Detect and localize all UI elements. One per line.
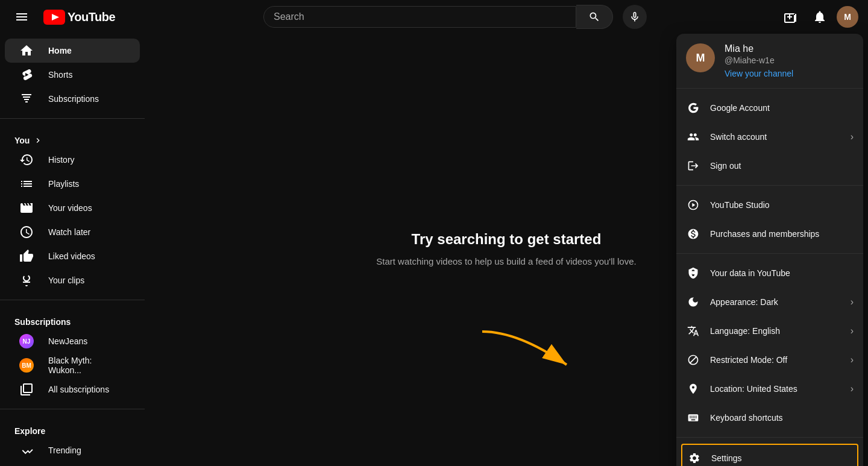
- sidebar-item-newjeans[interactable]: NJ NewJeans: [5, 329, 140, 353]
- profile-handle: @Miahe-w1e: [725, 55, 793, 65]
- newjeans-avatar: NJ: [19, 334, 34, 348]
- sidebar-item-home[interactable]: Home: [5, 39, 140, 63]
- watch-later-icon: [19, 225, 34, 239]
- sidebar-item-trending[interactable]: Trending: [5, 438, 140, 462]
- divider-1: [0, 118, 145, 119]
- dropdown-avatar: M: [686, 43, 715, 72]
- your-data-label: Your data in YouTube: [710, 268, 854, 278]
- keyboard-label: Keyboard shortcuts: [710, 413, 854, 423]
- subscriptions-section-title: Subscriptions: [0, 307, 145, 329]
- dropdown-item-location[interactable]: Location: United States ›: [676, 374, 863, 403]
- settings-label: Settings: [711, 453, 852, 463]
- sidebar-label-playlists: Playlists: [48, 179, 79, 189]
- sidebar-label-blackmyth: Black Myth: Wukon...: [48, 356, 125, 375]
- switch-account-icon: [686, 130, 700, 144]
- youtube-studio-icon: [686, 198, 700, 212]
- location-icon: [686, 382, 700, 396]
- sidebar-item-your-videos[interactable]: Your videos: [5, 196, 140, 220]
- dropdown-section-3: Your data in YouTube Appearance: Dark › …: [676, 254, 863, 438]
- empty-state-subtitle: Start watching videos to help us build a…: [376, 255, 636, 269]
- subscriptions-icon: [19, 92, 34, 106]
- language-icon: [686, 324, 700, 338]
- location-arrow: ›: [851, 383, 854, 394]
- divider-3: [0, 409, 145, 409]
- sidebar-item-playlists[interactable]: Playlists: [5, 172, 140, 196]
- sidebar-item-liked-videos[interactable]: Liked videos: [5, 244, 140, 268]
- google-account-label: Google Account: [710, 103, 854, 113]
- sidebar-item-blackmyth[interactable]: BM Black Myth: Wukon...: [5, 353, 140, 377]
- appearance-arrow: ›: [851, 297, 854, 307]
- sidebar-item-your-clips[interactable]: Your clips: [5, 268, 140, 292]
- dropdown-item-purchases[interactable]: Purchases and memberships: [676, 219, 863, 248]
- dropdown-item-restricted[interactable]: Restricted Mode: Off ›: [676, 345, 863, 374]
- dropdown-profile-info: Mia he @Miahe-w1e View your channel: [725, 43, 793, 78]
- dropdown-profile: M Mia he @Miahe-w1e View your channel: [676, 34, 863, 89]
- sidebar-item-shorts[interactable]: Shorts: [5, 63, 140, 87]
- sidebar-item-all-subscriptions[interactable]: All subscriptions: [5, 377, 140, 401]
- keyboard-icon: [686, 411, 700, 425]
- sidebar-label-trending: Trending: [48, 446, 81, 455]
- search-input-wrap: [263, 6, 576, 28]
- header: YouTube: [0, 0, 868, 34]
- header-center: [153, 5, 757, 29]
- location-label: Location: United States: [710, 384, 841, 394]
- sidebar-item-watch-later[interactable]: Watch later: [5, 220, 140, 244]
- mic-button[interactable]: [623, 5, 647, 29]
- dropdown-item-language[interactable]: Language: English ›: [676, 316, 863, 345]
- dropdown-item-your-data[interactable]: Your data in YouTube: [676, 259, 863, 288]
- appearance-label: Appearance: Dark: [710, 297, 841, 307]
- sidebar-label-newjeans: NewJeans: [48, 336, 87, 346]
- sidebar: Home Shorts Subscriptions You His: [0, 34, 145, 466]
- account-dropdown: M Mia he @Miahe-w1e View your channel Go…: [676, 34, 863, 466]
- sidebar-item-history[interactable]: History: [5, 148, 140, 172]
- view-channel-link[interactable]: View your channel: [725, 69, 793, 78]
- dropdown-item-switch-account[interactable]: Switch account ›: [676, 122, 863, 151]
- dropdown-section-2: YouTube Studio Purchases and memberships: [676, 186, 863, 254]
- playlists-icon: [19, 177, 34, 191]
- dropdown-item-youtube-studio[interactable]: YouTube Studio: [676, 190, 863, 219]
- dropdown-item-google-account[interactable]: Google Account: [676, 93, 863, 122]
- shorts-icon: [19, 68, 34, 82]
- restricted-label: Restricted Mode: Off: [710, 355, 841, 365]
- you-section-title[interactable]: You: [0, 126, 145, 148]
- history-icon: [19, 153, 34, 167]
- dropdown-section-4: Settings Help Send feedback: [676, 438, 863, 466]
- sidebar-label-home: Home: [48, 46, 72, 55]
- youtube-studio-label: YouTube Studio: [710, 200, 854, 210]
- switch-account-arrow: ›: [851, 131, 854, 142]
- switch-account-label: Switch account: [710, 132, 841, 142]
- dropdown-item-keyboard[interactable]: Keyboard shortcuts: [676, 403, 863, 432]
- liked-videos-icon: [19, 249, 34, 263]
- sidebar-label-watch-later: Watch later: [48, 227, 90, 237]
- purchases-icon: [686, 227, 700, 241]
- trending-icon: [19, 443, 34, 458]
- dropdown-item-sign-out[interactable]: Sign out: [676, 151, 863, 180]
- create-button[interactable]: [779, 5, 803, 29]
- dropdown-section-1: Google Account Switch account › Sign out: [676, 89, 863, 186]
- profile-name: Mia he: [725, 43, 793, 54]
- avatar-button[interactable]: M: [837, 6, 858, 28]
- sidebar-item-subscriptions[interactable]: Subscriptions: [5, 87, 140, 111]
- sidebar-label-liked-videos: Liked videos: [48, 251, 95, 261]
- blackmyth-avatar: BM: [19, 358, 34, 373]
- dropdown-item-appearance[interactable]: Appearance: Dark ›: [676, 288, 863, 316]
- empty-state-title: Try searching to get started: [376, 231, 636, 248]
- settings-icon: [687, 451, 702, 465]
- empty-state: Try searching to get started Start watch…: [376, 231, 636, 269]
- google-account-icon: [686, 101, 700, 115]
- sidebar-label-all-subscriptions: All subscriptions: [48, 385, 109, 394]
- logo-text: YouTube: [68, 10, 115, 24]
- restricted-icon: [686, 353, 700, 367]
- restricted-arrow: ›: [851, 354, 854, 365]
- search-input[interactable]: [264, 7, 576, 27]
- notifications-button[interactable]: [808, 5, 832, 29]
- menu-button[interactable]: [10, 5, 34, 29]
- all-subs-icon: [19, 382, 34, 397]
- appearance-icon: [686, 295, 700, 309]
- youtube-logo[interactable]: YouTube: [43, 10, 115, 25]
- dropdown-item-settings[interactable]: Settings: [681, 444, 858, 466]
- sidebar-label-subscriptions: Subscriptions: [48, 94, 99, 104]
- sidebar-label-shorts: Shorts: [48, 70, 72, 80]
- search-button[interactable]: [576, 5, 613, 29]
- sidebar-label-your-videos: Your videos: [48, 203, 92, 213]
